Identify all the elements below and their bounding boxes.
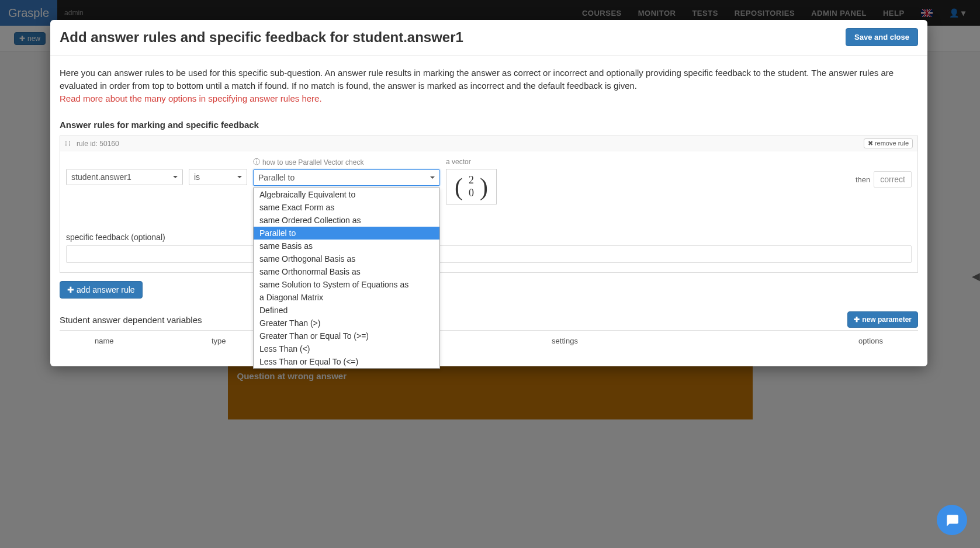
answer-rules-modal: Add answer rules and specific feedback f… xyxy=(50,20,927,366)
modal-title: Add answer rules and specific feedback f… xyxy=(60,29,463,46)
then-label: then xyxy=(856,175,870,184)
rule-id-label: rule id: 50160 xyxy=(77,140,119,148)
vector-entry-0: 2 xyxy=(469,174,474,187)
intercom-launcher[interactable] xyxy=(937,505,967,535)
check-type-dropdown[interactable]: Algebraically Equivalent tosame Exact Fo… xyxy=(253,188,440,369)
verb-select[interactable]: is xyxy=(189,169,247,185)
check-option[interactable]: a Diagonal Matrix xyxy=(254,291,439,304)
check-option[interactable]: same Orthonormal Basis as xyxy=(254,265,439,278)
check-option[interactable]: Algebraically Equivalent to xyxy=(254,188,439,201)
check-option[interactable]: Less Than (<) xyxy=(254,342,439,355)
vector-entry-1: 0 xyxy=(469,187,474,200)
remove-rule-button[interactable]: ✖ remove rule xyxy=(864,138,913,148)
chat-icon xyxy=(944,512,960,528)
rules-section-title: Answer rules for marking and specific fe… xyxy=(60,120,918,130)
dependent-vars-title: Student answer dependent variables xyxy=(60,315,202,325)
left-paren-icon: ( xyxy=(455,175,463,199)
check-type-select[interactable]: Parallel to xyxy=(253,169,440,186)
new-parameter-button[interactable]: ✚ new parameter xyxy=(847,311,918,328)
check-option[interactable]: Parallel to xyxy=(254,227,439,240)
side-caret-icon[interactable]: ◀ xyxy=(972,270,980,283)
specific-feedback-input[interactable] xyxy=(66,245,912,263)
check-option[interactable]: same Basis as xyxy=(254,240,439,252)
plus-icon: ✚ xyxy=(854,315,860,324)
remove-icon: ✖ xyxy=(868,140,873,147)
col-name: name xyxy=(95,337,212,345)
answer-rule-block: ⁞⁞ rule id: 50160 ✖ remove rule student.… xyxy=(60,136,918,273)
add-answer-rule-button[interactable]: ✚ add answer rule xyxy=(60,281,143,299)
plus-icon: ✚ xyxy=(67,285,74,294)
specific-feedback-label: specific feedback (optional) xyxy=(66,233,912,242)
check-option[interactable]: Defined xyxy=(254,304,439,317)
check-option[interactable]: same Orthogonal Basis as xyxy=(254,252,439,265)
drag-handle-icon[interactable]: ⁞⁞ xyxy=(65,140,72,148)
learn-more-link[interactable]: Read more about the many options in spec… xyxy=(60,93,322,103)
check-option[interactable]: same Solution to System of Equations as xyxy=(254,278,439,291)
check-option[interactable]: Less Than or Equal To (<=) xyxy=(254,355,439,368)
check-option[interactable]: same Exact Form as xyxy=(254,201,439,214)
save-and-close-button[interactable]: Save and close xyxy=(846,28,918,46)
dependent-vars-table-header: name type settings options xyxy=(60,331,918,351)
intro-text: Here you can answer rules to be used for… xyxy=(60,67,918,105)
comparison-vector-input[interactable]: ( 2 0 ) xyxy=(446,169,497,204)
check-option[interactable]: Greater Than (>) xyxy=(254,317,439,330)
info-icon: ⓘ xyxy=(253,157,260,167)
subject-select[interactable]: student.answer1 xyxy=(66,169,183,185)
col-options: options xyxy=(825,337,883,345)
check-option[interactable]: same Ordered Collection as xyxy=(254,214,439,227)
check-option[interactable]: Greater Than or Equal To (>=) xyxy=(254,330,439,342)
outcome-display[interactable]: correct xyxy=(874,171,912,188)
right-paren-icon: ) xyxy=(480,175,488,199)
